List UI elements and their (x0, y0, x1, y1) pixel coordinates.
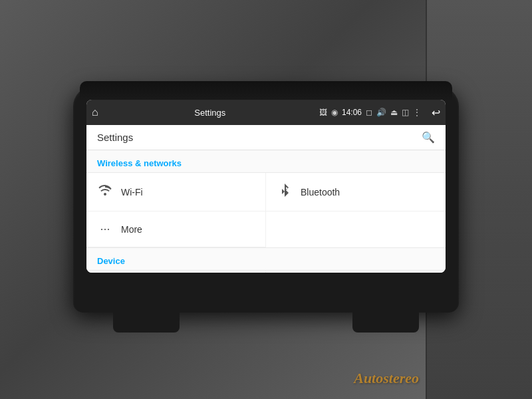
more-setting-item[interactable]: ··· More (86, 211, 266, 247)
wifi-label: Wi-Fi (121, 187, 143, 198)
settings-header: Settings 🔍 (86, 125, 446, 150)
location-icon: ◉ (331, 108, 338, 117)
home-icon[interactable]: ⌂ (92, 106, 98, 118)
wireless-section-header: Wireless & networks (86, 150, 446, 172)
bluetooth-icon (277, 184, 293, 200)
screen-icon: ◻ (366, 108, 372, 117)
eject-icon[interactable]: ⏏ (390, 108, 398, 117)
more-icon: ··· (97, 222, 113, 236)
photo-background: GPS IR DVD ⌂ Settings 🖼 ◉ 14:06 ◻ 🔊 ⏏ (0, 0, 532, 399)
stereo-unit: GPS IR DVD ⌂ Settings 🖼 ◉ 14:06 ◻ 🔊 ⏏ (73, 86, 459, 313)
wireless-grid: Wi-Fi Bluetooth (86, 172, 446, 248)
volume-icon[interactable]: 🔊 (376, 108, 386, 117)
bluetooth-setting-item[interactable]: Bluetooth (266, 173, 446, 211)
mount-tab-left (113, 309, 180, 332)
sound-setting-item[interactable]: Sound (266, 271, 446, 273)
time-display: 14:06 (342, 108, 362, 117)
search-icon[interactable]: 🔍 (422, 131, 435, 144)
wifi-icon (97, 185, 113, 199)
stereo-visor (80, 81, 452, 101)
android-screen: ⌂ Settings 🖼 ◉ 14:06 ◻ 🔊 ⏏ ◫ ⋮ ↩ (86, 100, 446, 273)
wifi-setting-item[interactable]: Wi-Fi (86, 173, 266, 211)
back-icon[interactable]: ↩ (432, 106, 440, 119)
navbar-icons: 🖼 ◉ 14:06 ◻ 🔊 ⏏ ◫ ⋮ (319, 108, 421, 117)
device-grid: Display Sound (86, 270, 446, 273)
mount-tab-right (352, 309, 419, 332)
device-section-header: Device (86, 248, 446, 270)
settings-header-title: Settings (97, 132, 422, 143)
display-setting-item[interactable]: Display (86, 271, 266, 273)
screen-area: ⌂ Settings 🖼 ◉ 14:06 ◻ 🔊 ⏏ ◫ ⋮ ↩ (86, 100, 446, 273)
settings-content: Wireless & networks Wi-Fi (86, 150, 446, 273)
cast-icon: ◫ (402, 108, 409, 117)
overflow-menu-icon[interactable]: ⋮ (413, 108, 421, 117)
image-icon: 🖼 (319, 108, 327, 117)
watermark: Autostereo (354, 370, 419, 387)
bluetooth-label: Bluetooth (301, 187, 340, 198)
navigation-bar: ⌂ Settings 🖼 ◉ 14:06 ◻ 🔊 ⏏ ◫ ⋮ ↩ (86, 100, 446, 125)
more-label: More (121, 224, 142, 235)
navbar-title: Settings (106, 108, 314, 118)
